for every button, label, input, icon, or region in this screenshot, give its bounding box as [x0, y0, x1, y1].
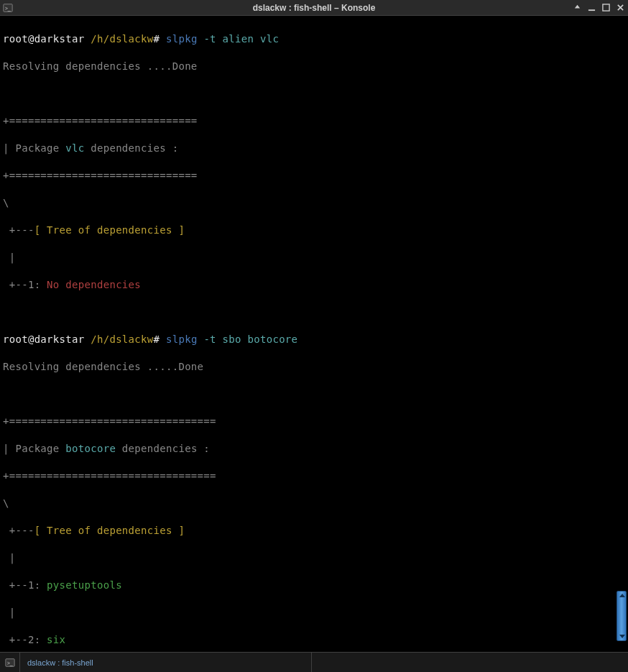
cmd-prog: slpkg [166, 33, 198, 45]
terminal-icon: >_ [5, 658, 15, 668]
cmd-flag: -t [203, 33, 216, 45]
prompt-userhost: root@darkstar [3, 33, 84, 45]
package-line: | Package botocore dependencies : [3, 442, 625, 456]
cmd-prog: slpkg [166, 333, 198, 345]
tab-active[interactable]: dslackw : fish-shell [20, 653, 312, 672]
tree-header: +---[ Tree of dependencies ] [3, 224, 625, 237]
maximize-icon[interactable] [601, 3, 611, 13]
border-line: +============================== [3, 169, 625, 183]
new-tab-button[interactable]: >_ [0, 653, 20, 672]
resolving-line: Resolving dependencies ....Done [3, 60, 625, 73]
tree-branch: | [3, 251, 625, 264]
cmd-pkg: botocore [248, 333, 298, 345]
terminal-output[interactable]: root@darkstar /h/dslackw# slpkg -t alien… [0, 16, 628, 672]
svg-text:>_: >_ [5, 5, 11, 11]
window-titlebar: >_ dslackw : fish-shell – Konsole [0, 0, 628, 16]
prompt-symbol: # [154, 33, 160, 45]
tab-bar: >_ dslackw : fish-shell [0, 652, 628, 672]
prompt-path: /h/dslackw [91, 33, 153, 45]
prompt-line: root@darkstar /h/dslackw# slpkg -t sbo b… [3, 333, 625, 346]
keep-above-icon[interactable] [572, 3, 582, 13]
scroll-down-icon[interactable] [619, 635, 625, 638]
dep-item: +--1: pysetuptools [3, 579, 625, 592]
tree-label: [ Tree of dependencies ] [34, 525, 185, 536]
border-line: +================================= [3, 415, 625, 428]
tree-branch: | [3, 551, 625, 565]
tree-slash: \ [3, 196, 625, 210]
tree-branch: | [3, 606, 625, 620]
dep-item: +--1: No dependencies [3, 278, 625, 292]
dep-value: pysetuptools [47, 579, 122, 591]
dep-value: No dependencies [47, 279, 141, 290]
prompt-userhost: root@darkstar [3, 333, 84, 345]
prompt-path: /h/dslackw [91, 333, 153, 345]
minimize-icon[interactable] [586, 3, 596, 13]
dep-item: +--2: six [3, 633, 625, 647]
svg-rect-3 [602, 4, 609, 11]
package-name: vlc [65, 142, 84, 154]
window-title: dslackw : fish-shell – Konsole [253, 3, 376, 13]
cmd-flag: -t [203, 333, 216, 345]
cmd-repo: sbo [223, 333, 241, 345]
prompt-line: root@darkstar /h/dslackw# slpkg -t alien… [3, 32, 625, 46]
prompt-symbol: # [154, 333, 160, 345]
close-icon[interactable] [615, 3, 625, 13]
scrollbar[interactable] [617, 591, 627, 641]
blank-line [3, 305, 625, 319]
resolving-line: Resolving dependencies .....Done [3, 360, 625, 374]
cmd-pkg: vlc [260, 33, 279, 45]
window-controls [572, 3, 625, 13]
package-line: | Package vlc dependencies : [3, 142, 625, 155]
cmd-repo: alien [223, 33, 254, 45]
blank-line [3, 87, 625, 101]
tree-label: [ Tree of dependencies ] [34, 224, 185, 236]
border-line: +================================= [3, 469, 625, 483]
tab-label: dslackw : fish-shell [27, 658, 93, 667]
tree-slash: \ [3, 497, 625, 510]
blank-line [3, 387, 625, 401]
svg-rect-2 [588, 9, 594, 11]
package-name: botocore [65, 443, 116, 454]
border-line: +============================== [3, 114, 625, 128]
svg-text:>_: >_ [6, 660, 12, 666]
dep-value: six [47, 634, 65, 645]
tree-header: +---[ Tree of dependencies ] [3, 524, 625, 538]
app-icon: >_ [3, 3, 13, 13]
scroll-up-icon[interactable] [619, 594, 625, 597]
